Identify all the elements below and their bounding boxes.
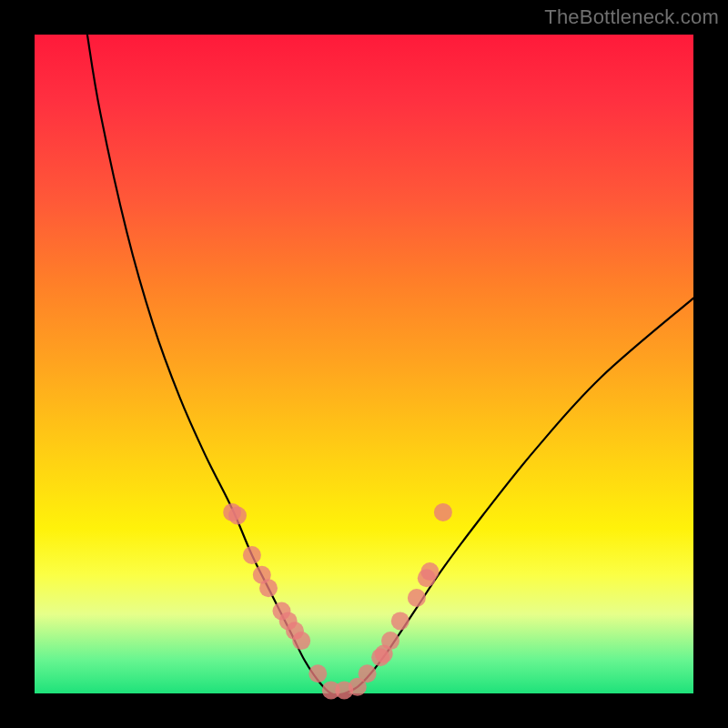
bottleneck-curve (87, 35, 693, 695)
sample-point (434, 503, 452, 521)
attribution-label: TheBottleneck.com (544, 5, 719, 29)
curve-layer (35, 35, 693, 693)
sample-point (381, 632, 399, 650)
sample-point (243, 546, 261, 564)
sample-point (420, 562, 439, 581)
sample-points-group (223, 503, 452, 700)
sample-point (259, 579, 278, 597)
plot-area (35, 35, 693, 693)
chart-frame: TheBottleneck.com (0, 0, 728, 728)
sample-point (359, 664, 377, 682)
sample-point (292, 632, 310, 650)
sample-point (408, 589, 426, 607)
sample-point (308, 664, 327, 682)
sample-point (391, 612, 410, 630)
sample-point (228, 507, 247, 525)
